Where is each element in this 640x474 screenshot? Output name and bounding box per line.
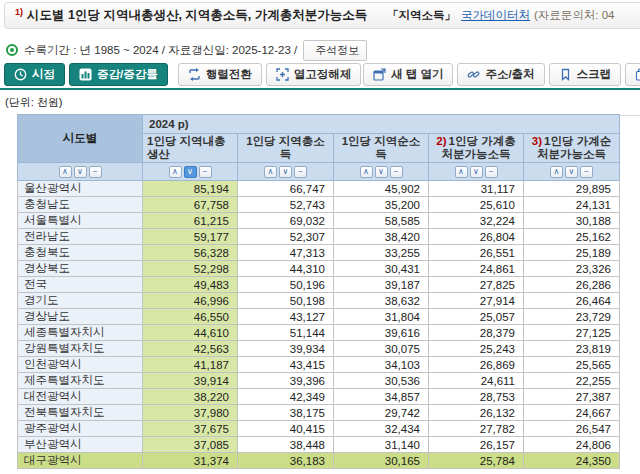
value-cell: 31,117 [429, 181, 524, 197]
sort-button-cell: ∧∨− [18, 163, 143, 181]
sort-button-cell: ∧∨− [334, 163, 429, 181]
toolbar-button[interactable]: 시점 [4, 63, 65, 86]
value-cell: 25,243 [429, 341, 524, 357]
value-cell: 58,585 [334, 213, 429, 229]
value-cell: 27,914 [429, 293, 524, 309]
sort-asc-button[interactable]: ∧ [360, 166, 373, 178]
value-cell: 37,980 [143, 405, 238, 421]
sort-button-cell: ∧∨− [238, 163, 334, 181]
toolbar-right-group: 새 탭 열기주소/출처스크랩통계표 복사/공 [363, 63, 640, 86]
sort-desc-button[interactable]: ∨ [184, 166, 197, 178]
sort-clear-button[interactable]: − [89, 166, 102, 178]
value-cell: 56,328 [143, 245, 238, 261]
value-cell: 37,675 [143, 421, 238, 437]
value-cell: 51,144 [238, 325, 334, 341]
value-cell: 24,131 [524, 197, 620, 213]
toolbar-button[interactable]: 증감/증감률 [69, 63, 168, 86]
value-cell: 52,307 [238, 229, 334, 245]
table-row: 부산광역시37,08538,44831,14026,15724,806 [18, 437, 620, 453]
toolbar: 시점증감/증감률행렬전환열고정해제 새 탭 열기주소/출처스크랩통계표 복사/공 [4, 63, 640, 86]
sort-button-cell: ∧∨− [524, 163, 620, 181]
toolbar-button-label: 주소/출처 [485, 67, 534, 82]
region-name-cell: 부산광역시 [18, 437, 143, 453]
value-cell: 27,125 [524, 325, 620, 341]
value-cell: 24,350 [524, 453, 620, 469]
value-cell: 42,563 [143, 341, 238, 357]
toolbar-button[interactable]: 통계표 복사/공 [625, 63, 640, 86]
table-container: 시도별 2024 p) 1인당 지역내총생산1인당 지역총소득1인당 지역순소득… [17, 114, 620, 469]
value-cell: 26,464 [524, 293, 620, 309]
column-note-ref: 3) [532, 135, 542, 147]
value-cell: 30,536 [334, 373, 429, 389]
toolbar-button[interactable]: 행렬전환 [178, 63, 262, 86]
column-header-label: 1인당 지역내총생산 [147, 135, 226, 160]
toolbar-button[interactable]: 주소/출처 [457, 63, 544, 86]
sort-desc-button[interactable]: ∨ [74, 166, 87, 178]
table-row: 대전광역시38,22042,34934,85728,75327,387 [18, 389, 620, 405]
value-cell: 22,255 [524, 373, 620, 389]
sort-clear-button[interactable]: − [199, 166, 212, 178]
column-header: 1인당 지역내총생산 [143, 134, 238, 163]
annotation-button[interactable]: 주석정보 [303, 40, 367, 61]
table-row: 전북특별자치도37,98038,17529,74226,13224,667 [18, 405, 620, 421]
table-row: 경기도46,99650,19838,63227,91426,464 [18, 293, 620, 309]
value-cell: 31,374 [143, 453, 238, 469]
value-cell: 67,758 [143, 197, 238, 213]
sort-clear-button[interactable]: − [294, 166, 307, 178]
toolbar-button[interactable]: 스크랩 [549, 63, 622, 86]
info-line: 수록기간 : 년 1985 ~ 2024 / 자료갱신일: 2025-12-23… [6, 41, 367, 59]
value-cell: 39,187 [334, 277, 429, 293]
value-cell: 43,127 [238, 309, 334, 325]
value-cell: 30,431 [334, 261, 429, 277]
sort-desc-button[interactable]: ∨ [279, 166, 292, 178]
table-row: 충청남도67,75852,74335,20025,61024,131 [18, 197, 620, 213]
column-header: 1인당 지역총소득 [238, 134, 334, 163]
sort-asc-button[interactable]: ∧ [59, 166, 72, 178]
value-cell: 50,198 [238, 293, 334, 309]
sort-desc-button[interactable]: ∨ [375, 166, 388, 178]
sort-clear-button[interactable]: − [390, 166, 403, 178]
table-row: 광주광역시37,67540,41532,43427,78226,547 [18, 421, 620, 437]
table-row: 강원특별자치도42,56339,93430,07525,24323,819 [18, 341, 620, 357]
value-cell: 38,175 [238, 405, 334, 421]
toolbar-button[interactable]: 새 탭 열기 [363, 63, 453, 86]
stats-table: 시도별 2024 p) 1인당 지역내총생산1인당 지역총소득1인당 지역순소득… [17, 114, 620, 469]
sort-asc-button[interactable]: ∧ [264, 166, 277, 178]
transpose-icon [188, 68, 201, 81]
unfreeze-icon [276, 68, 289, 81]
value-cell: 34,857 [334, 389, 429, 405]
column-header: 3)1인당 가계순처분가능소득 [524, 134, 620, 163]
sort-desc-button[interactable]: ∨ [565, 166, 578, 178]
value-cell: 29,895 [524, 181, 620, 197]
value-cell: 24,861 [429, 261, 524, 277]
table-row: 세종특별자치시44,61051,14439,61628,37927,125 [18, 325, 620, 341]
value-cell: 36,183 [238, 453, 334, 469]
source-link[interactable]: 국가데이터처 [461, 8, 530, 23]
chart-icon [79, 68, 92, 81]
sort-asc-button[interactable]: ∧ [455, 166, 468, 178]
value-cell: 38,220 [143, 389, 238, 405]
value-cell: 30,165 [334, 453, 429, 469]
sort-clear-button[interactable]: − [485, 166, 498, 178]
toolbar-button-label: 증감/증감률 [97, 67, 158, 82]
value-cell: 42,349 [238, 389, 334, 405]
sort-desc-button[interactable]: ∨ [470, 166, 483, 178]
value-cell: 26,551 [429, 245, 524, 261]
value-cell: 39,396 [238, 373, 334, 389]
toolbar-left-group: 시점증감/증감률행렬전환열고정해제 [4, 63, 361, 86]
value-cell: 38,420 [334, 229, 429, 245]
region-name-cell: 경상북도 [18, 261, 143, 277]
sort-clear-button[interactable]: − [580, 166, 593, 178]
value-cell: 25,057 [429, 309, 524, 325]
toolbar-button[interactable]: 열고정해제 [266, 63, 362, 86]
value-cell: 26,547 [524, 421, 620, 437]
sort-asc-button[interactable]: ∧ [550, 166, 563, 178]
value-cell: 69,032 [238, 213, 334, 229]
toolbar-button-label: 시점 [32, 67, 55, 82]
value-cell: 52,743 [238, 197, 334, 213]
sort-asc-button[interactable]: ∧ [169, 166, 182, 178]
table-edge-line [620, 115, 640, 116]
value-cell: 44,310 [238, 261, 334, 277]
copy-icon [635, 68, 640, 81]
value-cell: 45,902 [334, 181, 429, 197]
